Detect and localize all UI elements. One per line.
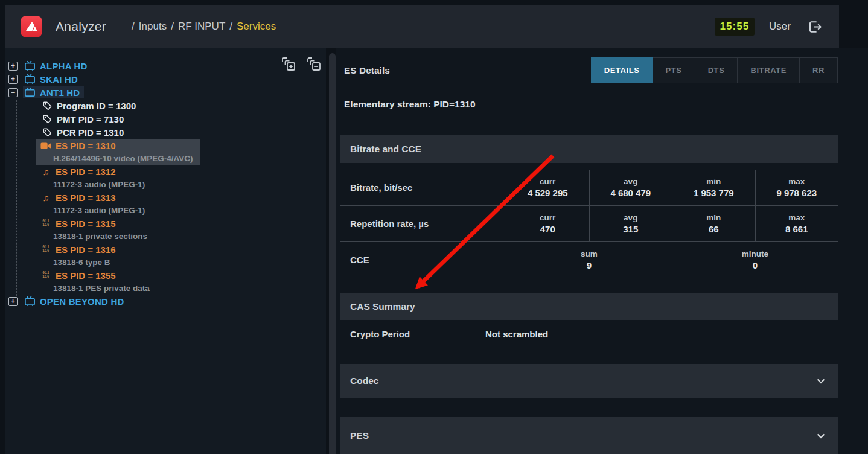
es-row: ♫ES PID = 1312 [36,165,200,178]
tree-es-item[interactable]: 011110ES PID = 131513818-1 private secti… [36,217,200,243]
tab-bitrate[interactable]: BITRATE [738,57,800,83]
es-sub-label: 11172-3 audio (MPEG-1) [36,204,200,217]
channel-label: ALPHA HD [40,61,88,71]
es-sub-label: H.264/14496-10 video (MPEG-4/AVC) [36,152,200,165]
breadcrumb: /Inputs/RF INPUT/Services [132,21,276,33]
tree-es-item[interactable]: ES PID = 1310H.264/14496-10 video (MPEG-… [36,139,200,165]
es-label: ES PID = 1315 [56,219,116,229]
section-title: CAS Summary [350,301,415,312]
tab-rr[interactable]: RR [800,57,838,83]
tag-label: Program ID = 1300 [57,101,136,111]
tree-tag-item[interactable]: Program ID = 1300 [5,99,326,112]
tree-channel-row: +OPEN BEYOND HD [5,295,326,308]
breadcrumb-separator: / [171,21,174,33]
stat-row-label: Repetition rate, µs [340,206,506,242]
channel-item[interactable]: SKAI HD [23,73,82,85]
stat-cell: min1 953 779 [672,170,755,206]
es-label: ES PID = 1310 [56,141,116,151]
tag-icon [42,127,53,138]
tree-channel-row: −ANT1 HD [5,86,326,99]
stat-cell-value: 9 [587,260,592,270]
stat-cell-header: min [706,213,721,222]
binary-data-icon: 011110 [40,272,52,279]
section-title: Bitrate and CCE [350,144,421,155]
crypto-period-label: Crypto Period [340,329,485,339]
collapse-node-icon[interactable]: − [8,88,18,97]
chevron-down-icon[interactable] [814,374,828,388]
breadcrumb-item[interactable]: RF INPUT [178,21,225,33]
stat-cell-value: 470 [540,224,555,234]
es-row: 011110ES PID = 1316 [36,243,200,256]
tree-tag-item[interactable]: PMT PID = 7130 [5,112,326,126]
channel-item[interactable]: ANT1 HD [23,86,84,98]
stat-cell-value: 8 661 [785,224,808,234]
channel-tree-panel: +ALPHA HD+SKAI HD−ANT1 HDProgram ID = 13… [5,48,326,454]
tree-channel-row: +SKAI HD [5,72,326,86]
channel-item[interactable]: ALPHA HD [23,60,92,72]
tree-es-item[interactable]: ♫ES PID = 131211172-3 audio (MPEG-1) [36,165,200,191]
tv-icon [24,87,36,98]
stat-cell-header: avg [624,177,637,186]
stream-label: Elementary stream: PID=1310 [344,99,476,110]
stat-cell-value: 0 [753,260,758,270]
stat-cell-header: minute [742,249,768,258]
es-label: ES PID = 1316 [56,245,116,255]
tab-pts[interactable]: PTS [653,57,695,83]
stat-row-label: CCE [340,242,506,278]
stat-cell-value: 66 [709,224,719,234]
stat-cell: avg4 680 479 [589,170,672,206]
logout-icon[interactable] [805,18,823,36]
tab-details[interactable]: DETAILS [591,57,653,83]
stat-cell-value: 4 529 295 [528,188,568,198]
es-details-panel: ES Details DETAILSPTSDTSBITRATERR Elemen… [336,48,868,454]
tv-icon [24,74,36,85]
es-row: 011110ES PID = 1315 [36,217,200,230]
tag-label: PCR PID = 1310 [57,127,124,138]
sidebar-scrollbar[interactable] [329,53,336,454]
stat-row-label: Bitrate, bit/sec [340,170,506,206]
es-row: ♫ES PID = 1313 [36,191,200,204]
expand-node-icon[interactable]: + [8,75,18,84]
expand-node-icon[interactable]: + [8,62,18,71]
section-codec[interactable]: Codec [340,364,838,398]
binary-data-icon: 011110 [40,220,52,227]
section-pes[interactable]: PES [340,417,838,454]
tag-icon [42,114,53,124]
section-title: Codec [350,376,378,386]
tree-es-item[interactable]: 011110ES PID = 131613818-6 type B [36,243,200,269]
stat-cell-header: sum [581,249,598,258]
tree-channel-row: +ALPHA HD [5,59,326,72]
tag-label: PMT PID = 7130 [57,114,124,124]
stat-cell-value: 315 [623,224,638,234]
es-row: ES PID = 1310 [36,139,200,152]
chevron-down-icon[interactable] [814,429,828,443]
stat-cell: min66 [672,206,755,242]
expand-node-icon[interactable]: + [8,297,18,306]
stat-cell-header: max [788,177,805,186]
es-sub-label: 13818-1 PES private data [36,282,200,295]
tab-dts[interactable]: DTS [695,57,738,83]
es-label: ES PID = 1312 [56,167,116,177]
binary-data-icon: 011110 [40,246,52,253]
es-label: ES PID = 1355 [56,270,116,281]
music-note-icon: ♫ [40,167,52,176]
es-row: 011110ES PID = 1355 [36,269,200,282]
user-menu[interactable]: User [769,21,791,33]
es-sub-label: 13818-6 type B [36,256,200,269]
breadcrumb-item[interactable]: Inputs [139,21,167,33]
tree-es-item[interactable]: 011110ES PID = 135513818-1 PES private d… [36,269,200,295]
clock-display: 15:55 [715,18,755,36]
tag-icon [42,101,53,111]
breadcrumb-item[interactable]: Services [237,21,276,33]
breadcrumb-separator: / [229,21,232,33]
stat-cell: max8 661 [755,206,838,242]
stat-cell-header: max [788,213,805,222]
stat-cell: curr470 [506,206,589,242]
channel-item[interactable]: OPEN BEYOND HD [23,295,129,307]
tree-tag-item[interactable]: PCR PID = 1310 [5,126,326,139]
channel-label: SKAI HD [40,74,78,85]
app-logo-icon [21,16,42,37]
channel-label: OPEN BEYOND HD [40,296,124,307]
section-cas-summary: CAS Summary [340,293,838,320]
tree-es-item[interactable]: ♫ES PID = 131311172-3 audio (MPEG-1) [36,191,200,217]
